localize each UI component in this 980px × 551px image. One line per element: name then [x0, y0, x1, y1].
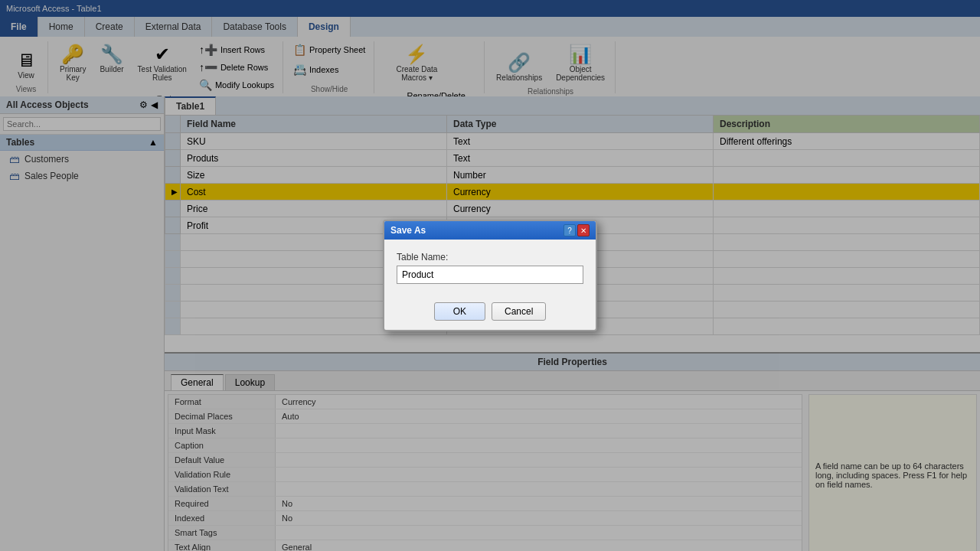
table-name-label: Table Name: — [397, 252, 583, 262]
dialog-help-button[interactable]: ? — [564, 224, 576, 236]
save-as-dialog: Save As ? ✕ Table Name: OK Cancel — [383, 220, 597, 331]
dialog-title: Save As — [390, 225, 426, 236]
dialog-titlebar: Save As ? ✕ — [384, 221, 596, 240]
dialog-content: Table Name: — [384, 240, 596, 296]
dialog-controls: ? ✕ — [564, 224, 590, 236]
dialog-close-button[interactable]: ✕ — [577, 224, 590, 236]
ok-button[interactable]: OK — [434, 302, 485, 321]
modal-overlay[interactable]: Save As ? ✕ Table Name: OK Cancel — [0, 0, 980, 551]
dialog-footer: OK Cancel — [384, 296, 596, 330]
table-name-input[interactable] — [397, 266, 583, 284]
cancel-button[interactable]: Cancel — [492, 302, 546, 321]
